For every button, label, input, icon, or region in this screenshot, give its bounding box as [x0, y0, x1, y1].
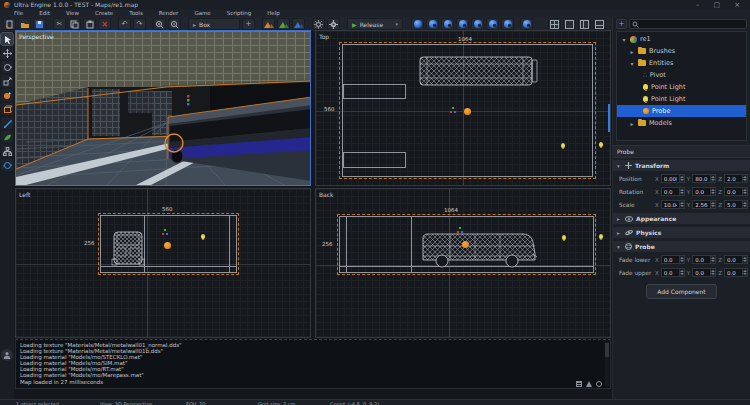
point-light-icon[interactable]	[599, 234, 603, 239]
viewport-perspective[interactable]: Perspective	[15, 30, 311, 186]
entity-tool-1-button[interactable]	[411, 18, 424, 30]
position-z-input[interactable]	[724, 174, 743, 183]
rotation-z-input[interactable]	[724, 187, 743, 196]
spinner[interactable]	[711, 255, 716, 264]
layout-split-horizontal-button[interactable]	[593, 18, 606, 30]
tree-item-entities[interactable]: ▾ Entities	[617, 57, 746, 69]
cut-button[interactable]: ✂	[53, 18, 66, 30]
undo-button[interactable]: ↶	[118, 18, 131, 30]
fade-lower-x-input[interactable]	[661, 255, 680, 264]
save-map-button[interactable]	[33, 18, 46, 30]
maximize-button[interactable]: ▢	[714, 1, 721, 10]
point-light-icon[interactable]	[561, 143, 565, 148]
rotation-x-input[interactable]	[661, 187, 680, 196]
move-tool-button[interactable]	[1, 47, 13, 59]
terrain-edit-tool-button[interactable]	[1, 131, 13, 143]
probe-entity[interactable]	[462, 241, 469, 248]
menu-edit[interactable]: Edit	[31, 10, 58, 17]
add-component-button[interactable]: Add Component	[646, 284, 716, 299]
tree-item-probe[interactable]: Probe	[617, 105, 746, 117]
viewport-top[interactable]: Top 1064 560	[315, 30, 611, 186]
position-x-input[interactable]	[661, 174, 680, 183]
spinner[interactable]	[711, 268, 716, 277]
spinner[interactable]	[680, 174, 685, 183]
project-settings-button[interactable]	[327, 18, 340, 30]
menu-tools[interactable]: Tools	[121, 10, 151, 17]
section-appearance[interactable]: ▸ Appearance	[613, 213, 750, 225]
navigate-tool-button[interactable]	[1, 159, 13, 171]
copy-button[interactable]	[68, 18, 81, 30]
entity-tool-5-button[interactable]	[471, 18, 484, 30]
scale-z-input[interactable]	[724, 200, 743, 209]
spinner[interactable]	[680, 187, 685, 196]
layout-single-button[interactable]	[563, 18, 576, 30]
log-filter-icon[interactable]	[576, 381, 582, 387]
hierarchy-tool-button[interactable]	[1, 145, 13, 157]
error-filter-icon[interactable]	[596, 381, 602, 387]
section-transform[interactable]: ▾ Transform	[613, 160, 750, 172]
tree-item-pivot[interactable]: ∴ Pivot	[617, 69, 746, 81]
add-primitive-button[interactable]: +	[242, 18, 255, 30]
close-button[interactable]: ×	[734, 1, 740, 10]
probe-entity[interactable]	[164, 242, 171, 249]
zoom-in-button[interactable]	[153, 18, 166, 30]
expand-arrow-icon[interactable]: ▾	[621, 36, 627, 43]
environment-settings-button[interactable]	[312, 18, 325, 30]
entity-tool-6-button[interactable]	[486, 18, 499, 30]
scale-y-input[interactable]	[692, 200, 711, 209]
fade-upper-x-input[interactable]	[661, 268, 680, 277]
minimize-button[interactable]: –	[696, 1, 700, 10]
scale-tool-button[interactable]	[1, 75, 13, 87]
delete-button[interactable]: ×	[98, 18, 111, 30]
redo-button[interactable]: ↷	[133, 18, 146, 30]
tree-item-models[interactable]: ▸ Models	[617, 117, 746, 129]
entity-tool-8-button[interactable]	[520, 18, 533, 30]
run-configuration-dropdown[interactable]: ▶ Release ▾	[347, 18, 403, 30]
tree-item-brushes[interactable]: ▸ Brushes	[617, 45, 746, 57]
select-tool-button[interactable]	[1, 33, 13, 45]
point-light-icon[interactable]	[201, 234, 205, 239]
section-probe[interactable]: ▾ Probe	[613, 241, 750, 253]
scale-x-input[interactable]	[661, 200, 680, 209]
collapse-arrow-icon[interactable]: ▸	[629, 48, 635, 55]
water-tool-button[interactable]	[292, 18, 305, 30]
foliage-tool-button[interactable]	[277, 18, 290, 30]
tree-root[interactable]: ▾ re1	[617, 33, 746, 45]
entity-tool-4-button[interactable]	[456, 18, 469, 30]
fade-upper-z-input[interactable]	[724, 268, 743, 277]
warning-filter-icon[interactable]	[586, 381, 592, 387]
console-panel[interactable]: Loading texture "Materials/Metal/metalwa…	[15, 339, 611, 389]
tree-item-point-light-1[interactable]: Point Light	[617, 81, 746, 93]
spinner[interactable]	[680, 268, 685, 277]
spinner[interactable]	[680, 255, 685, 264]
fade-lower-z-input[interactable]	[724, 255, 743, 264]
entity-tool-3-button[interactable]	[441, 18, 454, 30]
vertex-tool-button[interactable]	[1, 103, 13, 115]
layout-quad-button[interactable]	[548, 18, 561, 30]
fade-upper-y-input[interactable]	[692, 268, 711, 277]
menu-help[interactable]: Help	[259, 10, 288, 17]
probe-entity[interactable]	[464, 108, 471, 115]
menu-render[interactable]: Render	[151, 10, 187, 17]
search-input[interactable]	[641, 21, 744, 27]
open-map-button[interactable]	[18, 18, 31, 30]
paint-tool-button[interactable]	[1, 117, 13, 129]
console-scrollbar[interactable]	[605, 342, 609, 386]
spinner[interactable]	[711, 187, 716, 196]
spinner[interactable]	[743, 200, 748, 209]
tree-item-point-light-2[interactable]: Point Light	[617, 93, 746, 105]
entity-tool-2-button[interactable]	[426, 18, 439, 30]
face-tool-button[interactable]	[1, 89, 13, 101]
splitter-handle[interactable]	[608, 104, 611, 132]
user-avatar[interactable]	[1, 349, 13, 361]
zoom-out-button[interactable]	[168, 18, 181, 30]
new-map-button[interactable]	[3, 18, 16, 30]
search-box[interactable]	[629, 19, 747, 29]
menu-file[interactable]: File	[6, 10, 31, 17]
layout-split-vertical-button[interactable]	[578, 18, 591, 30]
spinner[interactable]	[680, 200, 685, 209]
point-light-icon[interactable]	[562, 235, 566, 240]
spinner[interactable]	[711, 200, 716, 209]
rotate-tool-button[interactable]	[1, 61, 13, 73]
point-light-icon[interactable]	[599, 142, 603, 147]
